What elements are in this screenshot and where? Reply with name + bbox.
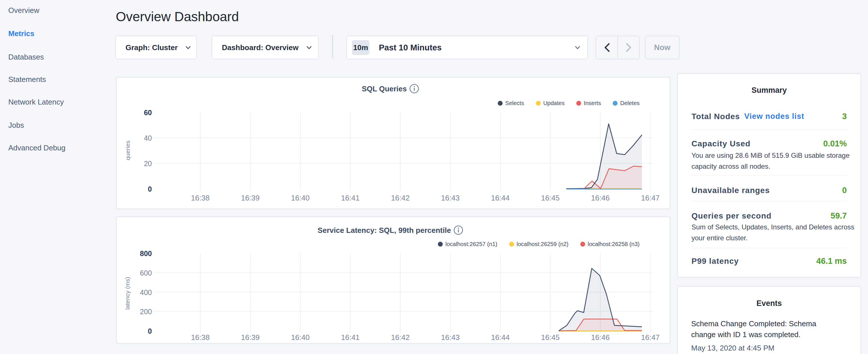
svg-text:16:42: 16:42 bbox=[391, 194, 409, 202]
svg-text:16:44: 16:44 bbox=[491, 194, 509, 202]
svg-text:800: 800 bbox=[140, 250, 152, 257]
svg-text:16:46: 16:46 bbox=[591, 333, 610, 342]
svg-text:16:45: 16:45 bbox=[541, 333, 560, 342]
svg-text:16:44: 16:44 bbox=[491, 333, 509, 342]
svg-text:16:42: 16:42 bbox=[391, 333, 409, 342]
svg-text:16:43: 16:43 bbox=[441, 194, 460, 202]
svg-text:16:47: 16:47 bbox=[641, 333, 660, 342]
svg-text:16:41: 16:41 bbox=[341, 194, 360, 202]
svg-text:latency (ms): latency (ms) bbox=[124, 277, 131, 310]
svg-text:400: 400 bbox=[140, 288, 152, 296]
svg-text:16:40: 16:40 bbox=[291, 333, 309, 342]
svg-text:60: 60 bbox=[144, 108, 152, 117]
svg-text:16:38: 16:38 bbox=[191, 194, 210, 202]
svg-text:0: 0 bbox=[148, 327, 152, 335]
svg-text:16:39: 16:39 bbox=[241, 194, 260, 202]
svg-text:16:47: 16:47 bbox=[641, 194, 660, 202]
svg-text:0: 0 bbox=[148, 185, 152, 193]
svg-text:16:43: 16:43 bbox=[441, 333, 460, 342]
svg-text:200: 200 bbox=[140, 308, 152, 316]
svg-text:16:45: 16:45 bbox=[541, 194, 560, 202]
svg-text:16:41: 16:41 bbox=[341, 333, 360, 342]
svg-text:40: 40 bbox=[144, 134, 152, 142]
svg-text:16:39: 16:39 bbox=[241, 333, 260, 342]
svg-text:20: 20 bbox=[144, 160, 152, 167]
svg-text:16:40: 16:40 bbox=[291, 194, 309, 202]
svg-text:queries: queries bbox=[124, 141, 131, 160]
svg-text:16:38: 16:38 bbox=[191, 333, 210, 342]
svg-text:600: 600 bbox=[140, 269, 152, 277]
svg-text:16:46: 16:46 bbox=[591, 194, 610, 202]
